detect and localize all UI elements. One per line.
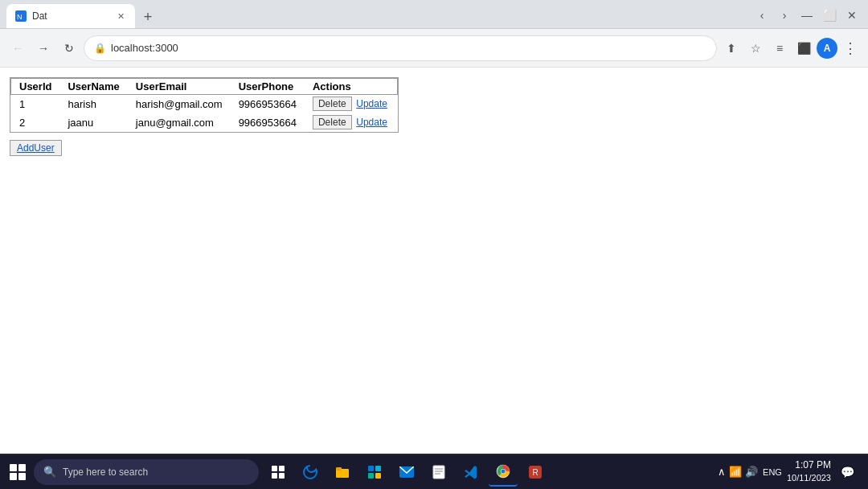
reload-button[interactable]: ↻ (58, 37, 80, 60)
add-user-button[interactable]: AddUser (10, 140, 62, 156)
tab-scroll-left[interactable]: ‹ (752, 6, 772, 25)
notepad-icon[interactable] (424, 458, 453, 487)
forward-button[interactable]: → (32, 37, 55, 60)
delete-button[interactable]: Delete (313, 97, 352, 111)
users-table: UserId UserName UserEmail UserPhone Acti… (10, 78, 398, 132)
svg-rect-11 (375, 473, 381, 479)
tray-up-arrow[interactable]: ∧ (718, 466, 726, 478)
col-header-userid: UserId (11, 79, 60, 95)
delete-button[interactable]: Delete (313, 115, 352, 129)
svg-text:N: N (17, 13, 23, 21)
browser-window: N Dat ✕ + ‹ › — ⬜ ✕ ← → ↻ 🔒 localhost:30… (0, 0, 868, 489)
table-row: 2 jaanu janu@gmail.com 9966953664 Delete… (11, 113, 398, 132)
address-actions: ⬆ ☆ ≡ ⬛ A ⋮ (720, 37, 862, 60)
windows-logo-icon (10, 464, 26, 480)
cell-userid: 1 (11, 95, 60, 113)
tray-time-display[interactable]: 1:07 PM 10/11/2023 (787, 458, 831, 484)
profile-avatar[interactable]: A (817, 38, 837, 59)
back-button[interactable]: ← (6, 37, 29, 60)
cell-userid: 2 (11, 113, 60, 132)
restore-btn[interactable]: ⬜ (820, 6, 839, 25)
table-container: UserId UserName UserEmail UserPhone Acti… (10, 77, 399, 133)
tab-favicon: N (14, 10, 27, 23)
cell-useremail: janu@gmail.com (128, 113, 231, 132)
mail-icon[interactable] (392, 458, 421, 487)
table-row: 1 harish harish@gmail.com 9966953664 Del… (11, 95, 398, 113)
page-content: UserId UserName UserEmail UserPhone Acti… (0, 68, 868, 454)
cell-actions: Delete Update (305, 95, 398, 113)
cell-username: jaanu (59, 113, 127, 132)
lock-icon: 🔒 (94, 43, 106, 54)
tab-title: Dat (32, 10, 109, 22)
taskbar-tray: ∧ 📶 🔊 ENG 1:07 PM 10/11/2023 💬 (711, 458, 865, 484)
url-bar[interactable]: 🔒 localhost:3000 (84, 35, 717, 61)
svg-text:R: R (532, 468, 538, 477)
col-header-actions: Actions (305, 79, 398, 95)
svg-rect-10 (368, 473, 374, 479)
tab-scroll-right[interactable]: › (775, 6, 794, 25)
tray-network-icon[interactable]: 📶 (729, 466, 742, 478)
store-icon[interactable] (360, 458, 389, 487)
window-button[interactable]: ⬛ (792, 37, 815, 60)
svg-rect-5 (279, 473, 285, 479)
taskview-button[interactable] (264, 458, 293, 487)
edge-browser-icon[interactable] (296, 458, 325, 487)
svg-rect-7 (336, 467, 342, 471)
close-btn[interactable]: ✕ (842, 6, 862, 25)
notification-button[interactable]: 💬 (836, 461, 858, 483)
bookmark-button[interactable]: ☆ (744, 37, 767, 60)
col-header-useremail: UserEmail (128, 79, 231, 95)
file-explorer-icon[interactable] (328, 458, 357, 487)
tray-language: ENG (763, 467, 782, 477)
update-button[interactable]: Update (354, 116, 389, 129)
svg-rect-13 (433, 466, 444, 479)
svg-rect-3 (279, 466, 285, 471)
taskbar-icons: R (264, 458, 550, 487)
cell-username: harish (59, 95, 127, 113)
tab-close-btn[interactable]: ✕ (114, 10, 127, 23)
time-text: 1:07 PM (787, 458, 831, 472)
tab-active[interactable]: N Dat ✕ (6, 4, 135, 28)
svg-rect-9 (375, 466, 381, 471)
svg-rect-4 (272, 473, 277, 479)
search-icon: 🔍 (43, 466, 56, 478)
taskbar: 🔍 Type here to search (0, 454, 868, 489)
col-header-userphone: UserPhone (231, 79, 305, 95)
app-icon-red[interactable]: R (521, 458, 550, 487)
cell-userphone: 9966953664 (231, 95, 305, 113)
more-options-button[interactable]: ⋮ (839, 37, 862, 60)
share-button[interactable]: ⬆ (720, 37, 743, 60)
tray-icons: ∧ 📶 🔊 (718, 466, 758, 478)
vscode-icon[interactable] (457, 458, 485, 487)
date-text: 10/11/2023 (787, 472, 831, 484)
table-header-row: UserId UserName UserEmail UserPhone Acti… (11, 79, 398, 95)
col-header-username: UserName (59, 79, 127, 95)
tray-volume-icon[interactable]: 🔊 (745, 466, 758, 478)
search-placeholder-text: Type here to search (63, 466, 148, 478)
taskbar-search-box[interactable]: 🔍 Type here to search (34, 459, 259, 485)
minimize-btn[interactable]: — (797, 6, 817, 25)
address-bar: ← → ↻ 🔒 localhost:3000 ⬆ ☆ ≡ ⬛ A ⋮ (0, 29, 868, 68)
svg-point-20 (502, 469, 506, 473)
cell-userphone: 9966953664 (231, 113, 305, 132)
new-tab-button[interactable]: + (137, 6, 159, 28)
start-button[interactable] (3, 458, 32, 487)
url-text: localhost:3000 (111, 42, 706, 54)
update-button[interactable]: Update (354, 97, 389, 110)
tab-bar: N Dat ✕ + ‹ › — ⬜ ✕ (0, 0, 868, 29)
cell-actions: Delete Update (305, 113, 398, 132)
tab-search-button[interactable]: ≡ (768, 37, 791, 60)
svg-rect-8 (368, 466, 374, 471)
svg-rect-2 (272, 466, 277, 471)
chrome-icon[interactable] (489, 458, 518, 487)
cell-useremail: harish@gmail.com (128, 95, 231, 113)
